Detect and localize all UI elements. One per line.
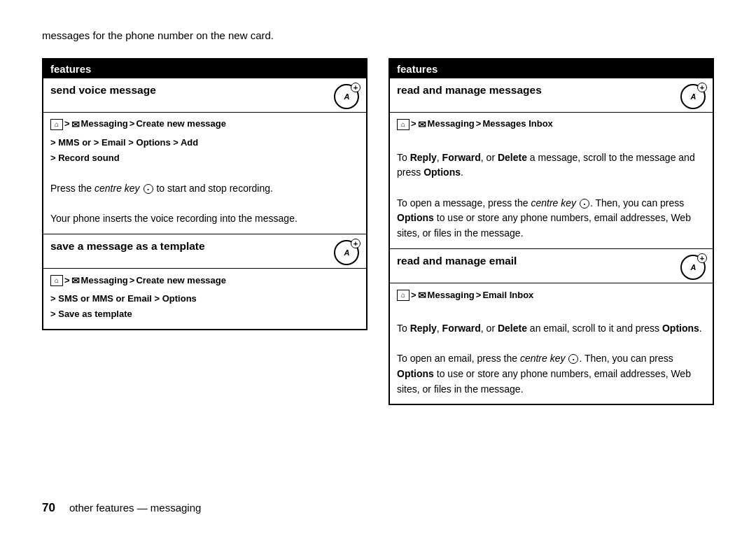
columns: features send voice message A + ⌂ >	[42, 58, 714, 479]
centre-key-icon3	[568, 354, 578, 364]
home-icon2: ⌂	[50, 275, 63, 286]
left-column: features send voice message A + ⌂ >	[42, 58, 368, 479]
page: messages for the phone number on the new…	[0, 0, 756, 536]
email-inbox-label: Email Inbox	[482, 288, 533, 303]
save-template-section: save a message as a template A + ⌂ > ✉ M…	[43, 234, 366, 330]
messaging-icon3: ✉	[418, 117, 426, 132]
nav-sep1: >	[64, 117, 70, 132]
read-messages-body: ⌂ > ✉ Messaging > Messages Inbox To Repl…	[390, 113, 713, 248]
nav-sep2: >	[130, 117, 135, 132]
nav-sep6: >	[476, 117, 482, 132]
read-messages-para1: To Reply, Forward, or Delete a message, …	[397, 150, 706, 181]
home-icon: ⌂	[50, 119, 63, 130]
read-email-icon: A +	[680, 255, 706, 280]
read-email-section: read and manage email A + ⌂ > ✉ Messagin…	[390, 249, 713, 404]
icon-plus4: +	[697, 253, 707, 263]
nav-sep8: >	[476, 288, 482, 303]
read-email-nav: ⌂ > ✉ Messaging > Email Inbox	[397, 288, 706, 303]
messaging-label2: Messaging	[81, 274, 128, 288]
right-feature-table: features read and manage messages A + ⌂ …	[388, 58, 714, 406]
save-template-sub: > SMS or MMS or Email > Options > Save a…	[50, 291, 359, 322]
send-voice-sub1: > MMS or > Email > Options > Add > Recor…	[50, 135, 359, 166]
nav-sep5: >	[411, 117, 416, 132]
icon-plus3: +	[697, 83, 707, 92]
messaging-label: Messaging	[81, 117, 128, 132]
right-table-header: features	[390, 59, 713, 78]
icon-plus: +	[351, 83, 360, 92]
save-sub-line1: > SMS or MMS or Email > Options	[50, 291, 359, 306]
sub-path-line2: > Record sound	[50, 150, 359, 166]
save-sub-line2: > Save as template	[50, 306, 359, 322]
messaging-label4: Messaging	[428, 288, 475, 303]
left-feature-table: features send voice message A + ⌂ >	[42, 58, 368, 331]
create-msg-label: Create new message	[136, 117, 226, 132]
right-column: features read and manage messages A + ⌂ …	[388, 58, 714, 479]
centre-key-icon2	[580, 199, 589, 209]
save-template-icon: A +	[334, 240, 359, 265]
nav-sep4: >	[130, 274, 135, 288]
send-voice-title: send voice message	[50, 84, 156, 97]
page-number: 70	[42, 501, 55, 515]
send-voice-title-row: send voice message A +	[43, 78, 366, 113]
icon-label: A	[344, 92, 349, 101]
save-template-title-row: save a message as a template A +	[43, 234, 366, 269]
read-email-title-row: read and manage email A +	[390, 249, 713, 283]
send-voice-nav: ⌂ > ✉ Messaging > Create new message	[50, 117, 359, 132]
read-messages-section: read and manage messages A + ⌂ > ✉ Messa…	[390, 78, 713, 249]
icon-label2: A	[344, 248, 349, 257]
send-voice-para2: Your phone inserts the voice recording i…	[50, 211, 359, 227]
messaging-icon4: ✉	[418, 288, 426, 303]
read-email-body: ⌂ > ✉ Messaging > Email Inbox To Reply, …	[390, 283, 713, 404]
home-icon3: ⌂	[397, 119, 410, 130]
footer-text: other features — messaging	[69, 502, 201, 514]
icon-label3: A	[691, 92, 696, 101]
icon-label4: A	[691, 263, 696, 271]
intro-text: messages for the phone number on the new…	[42, 28, 378, 44]
send-voice-section: send voice message A + ⌂ > ✉ Messaging >	[43, 78, 366, 234]
read-messages-title: read and manage messages	[397, 84, 542, 97]
nav-sep3: >	[64, 274, 70, 288]
read-email-para1: To Reply, Forward, or Delete an email, s…	[397, 321, 706, 337]
read-messages-para2: To open a message, press the centre key …	[397, 196, 706, 241]
home-icon4: ⌂	[397, 290, 410, 301]
messaging-icon2: ✉	[71, 273, 80, 288]
read-email-title: read and manage email	[397, 255, 517, 267]
send-voice-icon: A +	[334, 84, 359, 109]
read-messages-nav: ⌂ > ✉ Messaging > Messages Inbox	[397, 117, 706, 132]
read-messages-title-row: read and manage messages A +	[390, 78, 713, 113]
sub-path-line1: > MMS or > Email > Options > Add	[50, 135, 359, 150]
messages-inbox-label: Messages Inbox	[482, 117, 552, 132]
read-email-para2: To open an email, press the centre key .…	[397, 351, 706, 397]
send-voice-body: ⌂ > ✉ Messaging > Create new message > M…	[43, 113, 366, 234]
left-table-header: features	[43, 59, 366, 78]
save-template-body: ⌂ > ✉ Messaging > Create new message > S…	[43, 269, 366, 330]
footer: 70 other features — messaging	[42, 495, 714, 515]
send-voice-para1: Press the centre key to start and stop r…	[50, 181, 359, 197]
messaging-label3: Messaging	[428, 117, 475, 132]
icon-plus2: +	[351, 239, 360, 248]
nav-sep7: >	[411, 288, 416, 303]
messaging-icon: ✉	[71, 117, 80, 132]
create-msg-label2: Create new message	[136, 274, 226, 288]
save-template-title: save a message as a template	[50, 240, 205, 253]
centre-key-icon1	[144, 184, 153, 194]
save-template-nav: ⌂ > ✉ Messaging > Create new message	[50, 273, 359, 288]
read-messages-icon: A +	[680, 84, 706, 109]
